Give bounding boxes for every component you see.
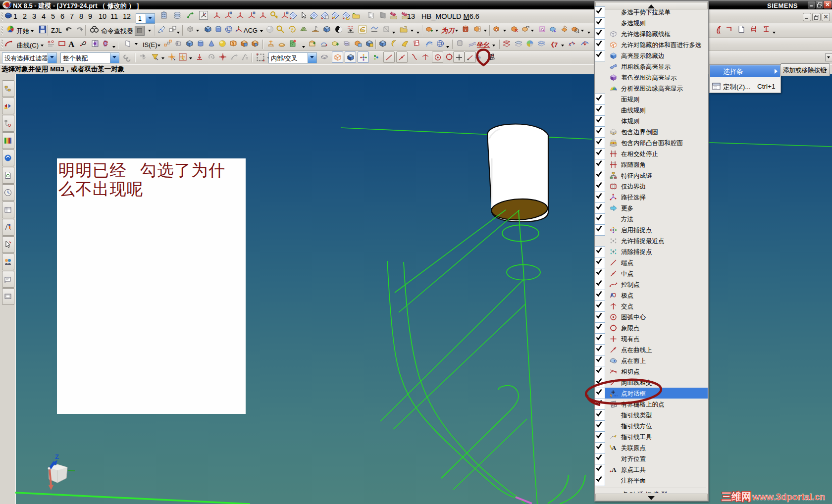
svg-text:A: A	[612, 466, 617, 473]
svg-text:A: A	[612, 444, 617, 452]
svg-text:A: A	[610, 293, 614, 298]
